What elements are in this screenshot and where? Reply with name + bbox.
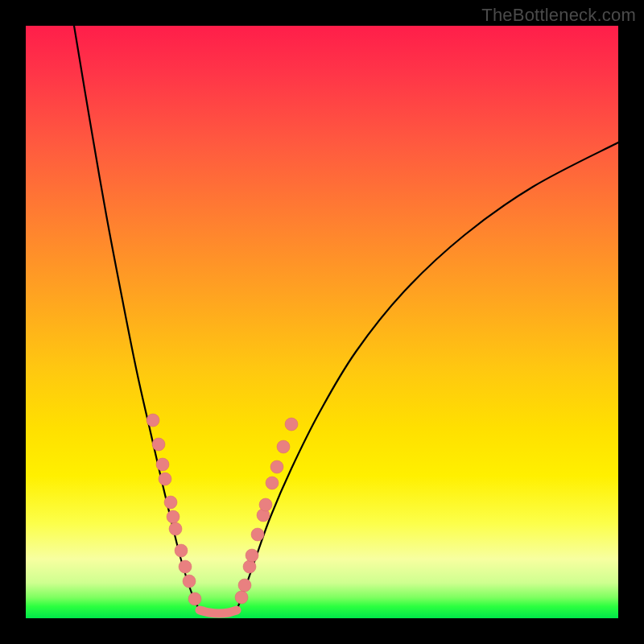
data-dot <box>266 477 279 489</box>
watermark-text: TheBottleneck.com <box>481 5 636 26</box>
data-dot <box>238 579 251 592</box>
data-dot <box>159 473 171 485</box>
data-dot <box>164 496 177 509</box>
dots-right-group <box>235 418 298 604</box>
plot-area <box>26 26 618 618</box>
data-dot <box>147 414 159 427</box>
data-dot <box>285 418 298 431</box>
data-dot <box>167 510 180 523</box>
data-dot <box>169 522 182 535</box>
data-dot <box>152 438 165 451</box>
data-dot <box>277 440 290 453</box>
left-curve <box>74 26 200 610</box>
trough-marker <box>200 610 237 613</box>
data-dot <box>243 560 256 573</box>
dots-left-group <box>147 414 201 605</box>
data-dot <box>246 549 258 562</box>
right-curve <box>237 142 618 610</box>
data-dot <box>175 544 188 557</box>
data-dot <box>156 458 169 471</box>
data-dot <box>179 560 192 573</box>
chart-svg <box>26 26 618 618</box>
data-dot <box>188 592 201 605</box>
data-dot <box>270 460 283 473</box>
outer-frame: TheBottleneck.com <box>0 0 644 644</box>
data-dot <box>183 575 196 588</box>
data-dot <box>235 591 248 604</box>
data-dot <box>251 528 264 541</box>
data-dot <box>259 498 272 511</box>
